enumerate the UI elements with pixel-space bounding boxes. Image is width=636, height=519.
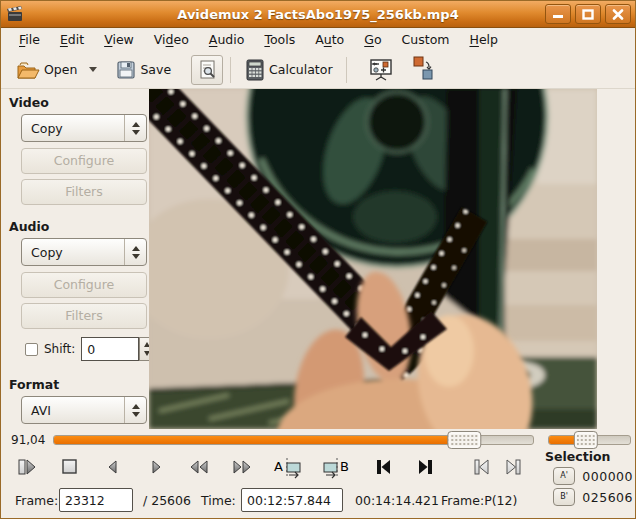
combo-arrows-icon: [124, 115, 146, 141]
frame-label: Frame:: [15, 493, 58, 508]
menu-view[interactable]: View: [94, 30, 144, 49]
combo-arrows-icon: [124, 239, 146, 265]
audio-filters-button[interactable]: Filters: [21, 303, 147, 329]
video-filters-panel-button[interactable]: Filters: [21, 179, 147, 205]
seek-slider-handle[interactable]: [447, 431, 481, 449]
set-marker-b-button[interactable]: B: [321, 454, 353, 480]
joblist-icon: [410, 54, 436, 82]
next-frame-icon: [147, 457, 165, 477]
go-to-start-button[interactable]: [370, 454, 396, 480]
properties-icon: [197, 59, 217, 81]
go-to-end-button[interactable]: [413, 454, 439, 480]
video-frame-film-reel: [149, 89, 597, 429]
next-keyframe-button[interactable]: [501, 454, 527, 480]
time-input[interactable]: 00:12:57.844: [241, 488, 343, 512]
minimize-icon: [552, 9, 564, 19]
audio-shift-row: Shift: 0: [25, 337, 149, 361]
video-configure-button[interactable]: Configure: [21, 148, 147, 174]
set-marker-a-icon: A: [273, 455, 303, 479]
format-select[interactable]: AVI: [21, 396, 147, 424]
maximize-button[interactable]: [575, 4, 601, 24]
selection-b-button[interactable]: B': [553, 488, 575, 506]
next-frame-button[interactable]: [143, 454, 169, 480]
play-icon: [16, 456, 38, 478]
close-button[interactable]: [605, 4, 631, 24]
fast-backward-button[interactable]: [186, 454, 212, 480]
total-time: 00:14:14.421: [355, 493, 439, 508]
menu-video[interactable]: Video: [144, 30, 199, 49]
secondary-slider-handle[interactable]: [574, 431, 598, 449]
frame-input[interactable]: 23312: [59, 488, 133, 512]
previous-keyframe-button[interactable]: [468, 454, 494, 480]
joblist-button[interactable]: [404, 50, 442, 86]
set-marker-a-button[interactable]: A: [272, 454, 304, 480]
open-folder-icon: [15, 59, 41, 81]
position-label: 91,04: [11, 433, 45, 447]
save-label: Save: [140, 62, 171, 77]
selection-a-row: A' 000000: [553, 467, 633, 485]
menu-auto[interactable]: Auto: [305, 30, 354, 49]
audio-codec-select[interactable]: Copy: [21, 238, 147, 266]
filters-screen-icon: [368, 57, 394, 83]
shift-spinbox[interactable]: 0: [81, 337, 139, 361]
status-bar: Frame: 23312 / 25606 Time: 00:12:57.844 …: [1, 483, 541, 519]
menu-go[interactable]: Go: [354, 30, 391, 49]
go-to-start-icon: [373, 457, 393, 477]
window-title: Avidemux 2 FactsAbo1975_256kb.mp4: [1, 7, 635, 22]
secondary-slider[interactable]: [548, 435, 631, 445]
open-label: Open: [44, 62, 77, 77]
previous-frame-icon: [104, 457, 122, 477]
menu-edit[interactable]: Edit: [50, 30, 94, 49]
menu-help[interactable]: Help: [459, 30, 508, 49]
minimize-button[interactable]: [545, 4, 571, 24]
set-marker-b-icon: B: [322, 455, 352, 479]
fast-forward-button[interactable]: [229, 454, 255, 480]
open-button[interactable]: Open: [9, 55, 83, 85]
toolbar: Open Save: [1, 51, 635, 89]
selection-a-button[interactable]: A': [553, 467, 575, 485]
toolbar-separator: [346, 57, 347, 83]
stop-button[interactable]: [57, 454, 83, 480]
side-panel: Video Copy Configure Filters Audio Copy …: [1, 89, 149, 429]
previous-frame-button[interactable]: [100, 454, 126, 480]
frame-type: Frame:P(12): [441, 493, 517, 508]
next-keyframe-icon: [504, 457, 524, 477]
go-to-end-icon: [416, 457, 436, 477]
calculator-label: Calculator: [269, 62, 332, 77]
play-button[interactable]: [14, 454, 40, 480]
menu-bar: File Edit View Video Audio Tools Auto Go…: [1, 28, 635, 51]
menu-file[interactable]: File: [9, 30, 50, 49]
audio-configure-button[interactable]: Configure: [21, 272, 147, 298]
video-section-heading: Video: [9, 95, 149, 110]
video-codec-value: Copy: [22, 121, 63, 136]
combo-arrows-icon: [124, 397, 146, 423]
video-codec-select[interactable]: Copy: [21, 114, 147, 142]
calculator-button[interactable]: Calculator: [238, 54, 338, 86]
menu-custom[interactable]: Custom: [392, 30, 460, 49]
menu-audio[interactable]: Audio: [199, 30, 255, 49]
shift-checkbox[interactable]: [25, 343, 38, 356]
fast-forward-icon: [230, 457, 254, 477]
fast-backward-icon: [187, 457, 211, 477]
seek-slider[interactable]: [53, 435, 534, 445]
audio-section-heading: Audio: [9, 219, 149, 234]
maximize-icon: [582, 9, 594, 20]
open-recent-dropdown[interactable]: [83, 67, 103, 72]
previous-keyframe-icon: [471, 457, 491, 477]
svg-text:A: A: [274, 459, 283, 474]
video-filters-button[interactable]: [362, 53, 400, 87]
timeline-row: 91,04: [1, 429, 635, 451]
close-icon: [612, 9, 624, 20]
svg-text:B: B: [340, 459, 349, 474]
properties-button[interactable]: [191, 55, 223, 85]
shift-label: Shift:: [44, 342, 75, 356]
selection-heading: Selection: [545, 449, 633, 464]
format-section-heading: Format: [9, 377, 149, 392]
stop-icon: [59, 456, 81, 478]
calculator-icon: [244, 58, 266, 82]
video-preview: [149, 89, 597, 429]
title-bar[interactable]: Avidemux 2 FactsAbo1975_256kb.mp4: [1, 1, 635, 28]
seek-slider-fill: [54, 436, 456, 444]
save-button[interactable]: Save: [109, 55, 177, 85]
menu-tools[interactable]: Tools: [254, 30, 305, 49]
